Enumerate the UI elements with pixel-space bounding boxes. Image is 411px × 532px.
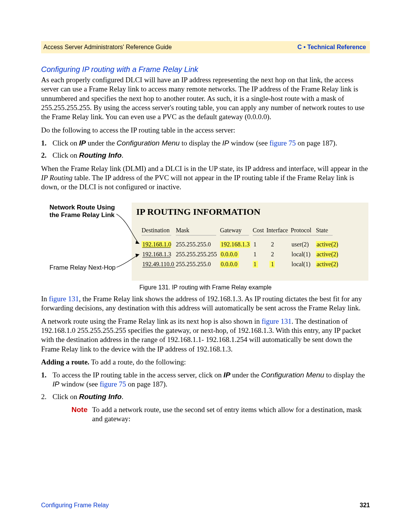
paragraph-do-following: Do the following to access the IP routin…: [41, 126, 370, 135]
note-text: To add a network route, use the second s…: [92, 405, 370, 424]
svg-text:192.168.1.3: 192.168.1.3: [142, 251, 171, 257]
svg-text:1: 1: [253, 261, 256, 267]
svg-text:2: 2: [271, 251, 274, 257]
paragraph-dlmi: When the Frame Relay link (DLMI) and a D…: [41, 164, 370, 192]
svg-text:1: 1: [253, 251, 256, 257]
svg-text:1: 1: [253, 241, 256, 248]
svg-text:Mask: Mask: [176, 227, 190, 233]
list-item: 1. Click on IP under the Configuration M…: [41, 139, 370, 148]
note-block: Note To add a network route, use the sec…: [64, 405, 370, 424]
svg-text:Protocol: Protocol: [291, 227, 312, 233]
page-header: Access Server Administrators' Reference …: [41, 41, 370, 53]
figure-131-link[interactable]: figure 131: [49, 295, 79, 303]
svg-text:local(1): local(1): [292, 261, 311, 268]
svg-text:1: 1: [271, 261, 274, 267]
list-number: 2.: [41, 151, 53, 160]
svg-text:active(2): active(2): [317, 241, 338, 248]
svg-text:Destination: Destination: [142, 227, 170, 233]
paragraph-fig131-a: In figure 131, the Frame Relay link show…: [41, 294, 370, 313]
svg-text:local(1): local(1): [292, 251, 311, 258]
list-item: 2. Click on Routing Info.: [41, 392, 370, 401]
ip-routing-figure-svg: IP ROUTING INFORMATION Destination Mask …: [41, 203, 368, 281]
figure-title: IP ROUTING INFORMATION: [136, 207, 261, 217]
svg-text:0.0.0.0: 0.0.0.0: [221, 251, 237, 257]
svg-text:0.0.0.0: 0.0.0.0: [221, 261, 237, 267]
svg-text:Cost: Cost: [253, 227, 264, 233]
svg-text:active(2): active(2): [317, 251, 338, 258]
svg-text:the Frame Relay Link: the Frame Relay Link: [49, 211, 115, 219]
paragraph-intro: As each properly configured DLCI will ha…: [41, 75, 370, 122]
svg-text:Frame Relay Next-Hop: Frame Relay Next-Hop: [49, 264, 116, 271]
paragraph-fig131-b: A network route using the Frame Relay li…: [41, 317, 370, 354]
figure-75-link[interactable]: figure 75: [269, 139, 296, 147]
svg-text:255.255.255.0: 255.255.255.0: [176, 261, 211, 267]
list-item-text: Click on Routing Info.: [53, 151, 123, 160]
svg-text:255.255.255.0: 255.255.255.0: [176, 241, 211, 248]
list-item-text: To access the IP routing table in the ac…: [53, 371, 370, 389]
footer-section: Configuring Frame Relay: [41, 502, 109, 509]
svg-text:user(2): user(2): [292, 241, 309, 248]
svg-text:Network Route Using: Network Route Using: [49, 204, 115, 211]
figure-caption: Figure 131. IP routing with Frame Relay …: [41, 284, 370, 291]
svg-text:State: State: [316, 227, 328, 233]
svg-text:255.255.255.255: 255.255.255.255: [176, 251, 217, 257]
page-footer: Configuring Frame Relay 321: [41, 502, 370, 509]
page: Access Server Administrators' Reference …: [0, 0, 411, 532]
list-number: 1.: [41, 371, 53, 389]
paragraph-adding-route: Adding a route. To add a route, do the f…: [41, 358, 370, 367]
svg-text:Gateway: Gateway: [220, 227, 242, 234]
svg-text:2: 2: [271, 241, 274, 248]
list-item: 2. Click on Routing Info.: [41, 151, 370, 160]
list-item-text: Click on IP under the Configuration Menu…: [53, 139, 337, 148]
list-number: 2.: [41, 392, 53, 401]
svg-text:Interface: Interface: [266, 227, 288, 233]
svg-text:active(2): active(2): [317, 261, 338, 268]
svg-text:192.168.1.0: 192.168.1.0: [142, 241, 171, 248]
svg-text:192.168.1.3: 192.168.1.3: [221, 241, 250, 248]
header-right: C • Technical Reference: [298, 43, 366, 51]
section-title: Configuring IP routing with a Frame Rela…: [41, 65, 370, 75]
svg-text:192.49.110.0: 192.49.110.0: [142, 261, 174, 267]
figure-131: IP ROUTING INFORMATION Destination Mask …: [41, 203, 370, 291]
list-number: 1.: [41, 139, 53, 148]
ordered-list-2: 1. To access the IP routing table in the…: [41, 371, 370, 401]
note-label: Note: [64, 405, 92, 424]
list-item: 1. To access the IP routing table in the…: [41, 371, 370, 389]
header-left: Access Server Administrators' Reference …: [43, 43, 172, 51]
page-number: 321: [360, 502, 370, 509]
list-item-text: Click on Routing Info.: [53, 392, 123, 401]
figure-75-link-2[interactable]: figure 75: [100, 380, 126, 388]
figure-131-link-2[interactable]: figure 131: [261, 317, 292, 325]
ordered-list-1: 1. Click on IP under the Configuration M…: [41, 139, 370, 160]
